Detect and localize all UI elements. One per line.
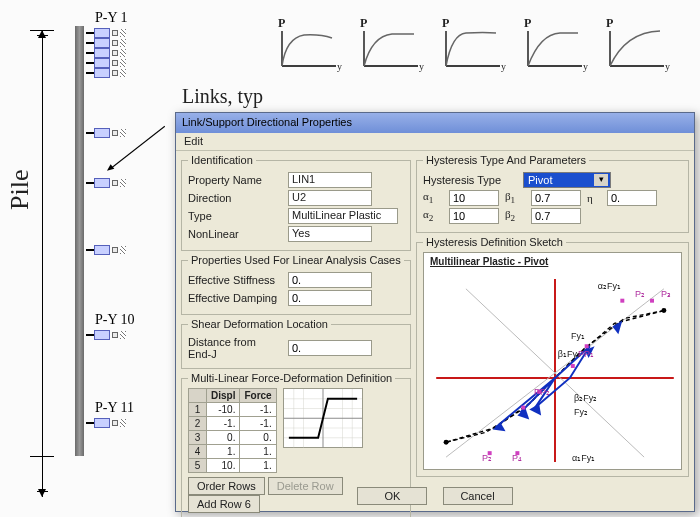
mlfd-mini-plot [283, 388, 363, 448]
dim-tick-bot [30, 456, 54, 457]
hysteresis-params-group: Hysteresis Type And Parameters Hysteresi… [416, 154, 689, 233]
py-label-10: P-Y 10 [95, 312, 135, 328]
force-deformation-table[interactable]: DisplForce 1-10.-1. 2-1.-1. 30.0. 41.1. … [188, 388, 277, 473]
svg-rect-21 [585, 344, 589, 348]
link-symbol [86, 128, 126, 140]
table-row: 41.1. [189, 445, 277, 459]
svg-marker-15 [529, 404, 541, 416]
table-row: 510.1. [189, 459, 277, 473]
chevron-down-icon: ▾ [594, 174, 608, 186]
svg-rect-20 [650, 299, 654, 303]
link-symbol [86, 68, 126, 80]
dialog-title: Link/Support Directional Properties [176, 113, 694, 133]
table-row: 30.0. [189, 431, 277, 445]
py-curve-2: P y [362, 28, 420, 68]
beta1-input[interactable] [531, 190, 581, 206]
link-symbol [86, 178, 126, 190]
shear-location-group: Shear Deformation Location Distance from… [181, 318, 411, 369]
py-curve-thumbnails: P y P y P y P y P y [280, 28, 666, 68]
ok-button[interactable]: OK [357, 487, 427, 505]
alpha2-input[interactable] [449, 208, 499, 224]
cancel-button[interactable]: Cancel [443, 487, 513, 505]
table-row: 2-1.-1. [189, 417, 277, 431]
py-curve-1: P y [280, 28, 338, 68]
svg-marker-18 [612, 320, 622, 334]
svg-rect-24 [521, 406, 525, 410]
svg-rect-19 [620, 299, 624, 303]
py-curve-3: P y [444, 28, 502, 68]
hysteresis-sketch: Multilinear Plastic - Pivot [423, 252, 682, 470]
pile-body [75, 26, 84, 456]
link-symbol [86, 418, 126, 430]
distance-endj-input[interactable] [288, 340, 372, 356]
effective-damping-input[interactable] [288, 290, 372, 306]
beta2-input[interactable] [531, 208, 581, 224]
pile-dim-line [42, 30, 43, 497]
linear-cases-group: Properties Used For Linear Analysis Case… [181, 254, 411, 315]
dim-tick-top [30, 30, 54, 31]
dialog-menubar: Edit [176, 133, 694, 151]
py-label-11: P-Y 11 [95, 400, 134, 416]
menu-edit[interactable]: Edit [180, 135, 207, 147]
table-row: 1-10.-1. [189, 403, 277, 417]
link-symbol [86, 330, 126, 342]
links-typ-label: Links, typ [182, 85, 263, 108]
direction-field: U2 [288, 190, 372, 206]
effective-stiffness-input[interactable] [288, 272, 372, 288]
link-symbol [86, 245, 126, 257]
svg-point-28 [661, 308, 666, 313]
py-label-1: P-Y 1 [95, 10, 128, 26]
alpha1-input[interactable] [449, 190, 499, 206]
type-field: MultiLinear Plastic [288, 208, 398, 224]
eta-input[interactable] [607, 190, 657, 206]
property-name-field: LIN1 [288, 172, 372, 188]
hysteresis-sketch-group: Hysteresis Definition Sketch Multilinear… [416, 236, 689, 477]
link-properties-dialog: Link/Support Directional Properties Edit… [175, 112, 695, 512]
nonlinear-field: Yes [288, 226, 372, 242]
pile-axis-label: Pile [5, 170, 35, 210]
identification-group: Identification Property NameLIN1 Directi… [181, 154, 411, 251]
svg-point-27 [444, 440, 449, 445]
py-curve-5: P y [608, 28, 666, 68]
svg-rect-22 [571, 364, 575, 368]
py-curve-4: P y [526, 28, 584, 68]
hysteresis-type-select[interactable]: Pivot ▾ [523, 172, 611, 188]
